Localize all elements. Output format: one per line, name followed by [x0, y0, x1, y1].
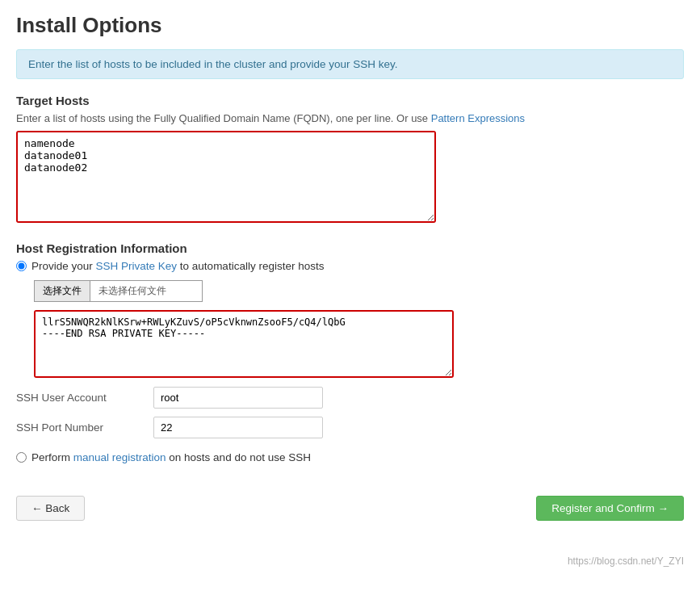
ssh-port-input[interactable] [153, 417, 323, 438]
file-choose-button[interactable]: 选择文件 [34, 280, 90, 302]
hosts-red-border-box [16, 131, 436, 223]
manual-reg-label: Perform manual registration on hosts and… [31, 451, 311, 463]
hosts-textarea[interactable] [18, 132, 434, 221]
host-registration-section: Host Registration Information Provide yo… [16, 241, 684, 463]
manual-registration-link[interactable]: manual registration [73, 451, 166, 463]
ssh-user-input[interactable] [153, 387, 323, 409]
ssh-user-row: SSH User Account [16, 387, 684, 409]
register-button[interactable]: Register and Confirm → [536, 496, 684, 521]
watermark: https://blog.csdn.net/Y_ZYI [568, 555, 684, 567]
ssh-radio[interactable] [16, 261, 27, 271]
info-banner: Enter the list of hosts to be included i… [16, 49, 684, 79]
ssh-radio-row: Provide your SSH Private Key to automati… [16, 260, 684, 272]
page-title: Install Options [16, 13, 684, 38]
file-upload-row: 选择文件 未选择任何文件 [34, 280, 684, 302]
ssh-private-key-link[interactable]: SSH Private Key [96, 260, 178, 272]
file-no-chosen-label: 未选择任何文件 [90, 280, 203, 302]
ssh-radio-label: Provide your SSH Private Key to automati… [31, 260, 324, 272]
ssh-user-label: SSH User Account [16, 392, 145, 404]
back-button[interactable]: ← Back [16, 496, 85, 521]
target-hosts-desc-text: Enter a list of hosts using the Fully Qu… [16, 112, 431, 124]
manual-radio[interactable] [16, 452, 27, 463]
target-hosts-desc: Enter a list of hosts using the Fully Qu… [16, 112, 684, 124]
manual-reg-row: Perform manual registration on hosts and… [16, 451, 684, 463]
private-key-textarea[interactable] [36, 312, 452, 376]
ssh-port-label: SSH Port Number [16, 421, 145, 434]
private-key-wrapper [34, 310, 684, 379]
target-hosts-title: Target Hosts [16, 94, 684, 107]
host-reg-title: Host Registration Information [16, 241, 684, 255]
ssh-port-row: SSH Port Number [16, 417, 684, 438]
page-wrapper: Install Options Enter the list of hosts … [0, 0, 700, 534]
pattern-expressions-link[interactable]: Pattern Expressions [431, 112, 525, 124]
key-red-border-box [34, 310, 454, 378]
bottom-bar: ← Back Register and Confirm → [16, 488, 684, 521]
